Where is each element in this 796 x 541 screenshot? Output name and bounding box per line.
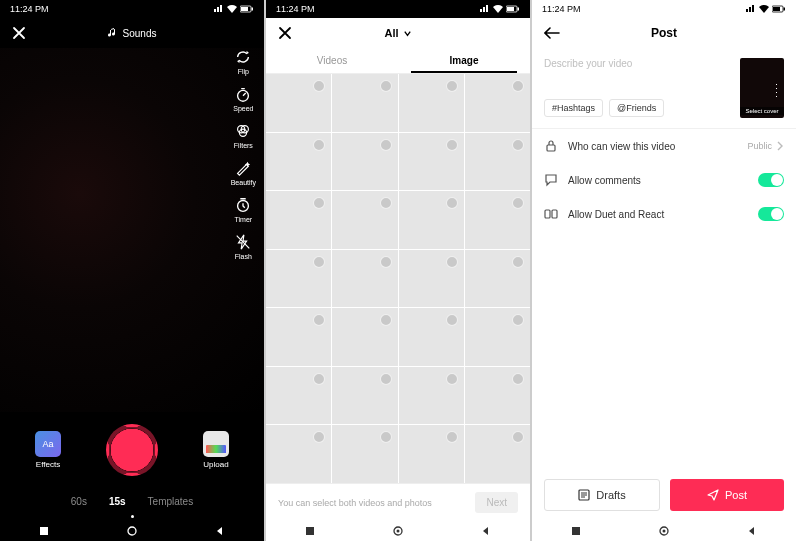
- svg-rect-20: [545, 210, 550, 218]
- post-button[interactable]: Post: [670, 479, 784, 511]
- media-cell[interactable]: [399, 74, 464, 132]
- nav-bar: [266, 521, 530, 541]
- media-cell[interactable]: [399, 308, 464, 366]
- duet-row: Allow Duet and React: [532, 197, 796, 231]
- svg-rect-18: [784, 8, 786, 11]
- media-cell[interactable]: [465, 250, 530, 308]
- chip-label: @Friends: [617, 103, 656, 113]
- next-label: Next: [486, 497, 507, 508]
- next-button[interactable]: Next: [475, 492, 518, 513]
- media-cell[interactable]: [266, 74, 331, 132]
- nav-back-icon[interactable]: [481, 526, 491, 536]
- flash-button[interactable]: Flash: [231, 233, 256, 260]
- media-cell[interactable]: [465, 74, 530, 132]
- effects-button[interactable]: Aa Effects: [35, 431, 61, 469]
- media-cell[interactable]: [332, 425, 397, 483]
- timer-icon: [234, 196, 252, 214]
- camera-viewfinder[interactable]: Flip Speed Filters Beautify Timer: [0, 48, 264, 412]
- svg-rect-17: [773, 7, 780, 11]
- privacy-row[interactable]: Who can view this video Public: [532, 129, 796, 163]
- description-input[interactable]: Describe your video: [544, 58, 730, 69]
- flip-button[interactable]: Flip: [231, 48, 256, 75]
- nav-home-icon[interactable]: [393, 526, 403, 536]
- status-icons: [480, 5, 520, 13]
- nav-back-icon[interactable]: [215, 526, 225, 536]
- media-cell[interactable]: [399, 250, 464, 308]
- status-time: 11:24 PM: [10, 4, 49, 14]
- mode-15s[interactable]: 15s: [109, 496, 126, 507]
- svg-rect-19: [547, 145, 555, 151]
- nav-recent-icon[interactable]: [39, 526, 49, 536]
- close-icon[interactable]: [278, 26, 292, 40]
- beautify-button[interactable]: Beautify: [231, 159, 256, 186]
- svg-rect-2: [252, 8, 254, 11]
- media-cell[interactable]: [399, 425, 464, 483]
- media-cell[interactable]: [266, 133, 331, 191]
- nav-home-icon[interactable]: [127, 526, 137, 536]
- nav-back-icon[interactable]: [747, 526, 757, 536]
- svg-rect-12: [518, 8, 520, 11]
- speed-icon: [234, 85, 252, 103]
- nav-home-icon[interactable]: [659, 526, 669, 536]
- svg-rect-8: [40, 527, 48, 535]
- upload-label: Upload: [203, 460, 228, 469]
- comments-toggle[interactable]: [758, 173, 784, 187]
- option-label: Who can view this video: [568, 141, 675, 152]
- sounds-button[interactable]: Sounds: [108, 28, 157, 39]
- status-icons: [746, 5, 786, 13]
- media-cell[interactable]: [465, 425, 530, 483]
- filters-button[interactable]: Filters: [231, 122, 256, 149]
- drafts-label: Drafts: [596, 489, 625, 501]
- media-cell[interactable]: [332, 133, 397, 191]
- cover-selector[interactable]: Select cover: [740, 58, 784, 118]
- media-cell[interactable]: [266, 425, 331, 483]
- post-options: Who can view this video Public Allow com…: [532, 128, 796, 231]
- record-button[interactable]: [106, 424, 158, 476]
- option-label: Allow comments: [568, 175, 641, 186]
- media-cell[interactable]: [266, 191, 331, 249]
- media-cell[interactable]: [266, 308, 331, 366]
- media-cell[interactable]: [332, 367, 397, 425]
- hashtags-chip[interactable]: #Hashtags: [544, 99, 603, 117]
- tool-label: Flip: [238, 68, 249, 75]
- nav-recent-icon[interactable]: [305, 526, 315, 536]
- album-selector[interactable]: All: [384, 27, 411, 39]
- media-cell[interactable]: [332, 250, 397, 308]
- media-cell[interactable]: [465, 308, 530, 366]
- upload-button[interactable]: Upload: [203, 431, 229, 469]
- media-cell[interactable]: [266, 250, 331, 308]
- friends-chip[interactable]: @Friends: [609, 99, 664, 117]
- timer-button[interactable]: Timer: [231, 196, 256, 223]
- back-icon[interactable]: [544, 26, 560, 40]
- post-screen: 11:24 PM Post Describe your video #Hasht…: [532, 0, 796, 541]
- media-cell[interactable]: [399, 191, 464, 249]
- media-cell[interactable]: [465, 191, 530, 249]
- media-cell[interactable]: [266, 367, 331, 425]
- duet-toggle[interactable]: [758, 207, 784, 221]
- media-cell[interactable]: [332, 308, 397, 366]
- compose-area: Describe your video #Hashtags @Friends S…: [532, 48, 796, 128]
- media-cell[interactable]: [465, 133, 530, 191]
- nav-recent-icon[interactable]: [571, 526, 581, 536]
- status-bar: 11:24 PM: [532, 0, 796, 18]
- beautify-icon: [234, 159, 252, 177]
- header: Post: [532, 18, 796, 48]
- status-time: 11:24 PM: [276, 4, 315, 14]
- mode-templates[interactable]: Templates: [148, 496, 194, 507]
- mode-60s[interactable]: 60s: [71, 496, 87, 507]
- media-cell[interactable]: [332, 74, 397, 132]
- close-icon[interactable]: [12, 26, 26, 40]
- gallery-screen: 11:24 PM All Videos Image: [266, 0, 530, 541]
- media-cell[interactable]: [332, 191, 397, 249]
- status-bar: 11:24 PM: [266, 0, 530, 18]
- svg-point-25: [663, 530, 666, 533]
- tab-videos[interactable]: Videos: [266, 48, 398, 73]
- mode-selector[interactable]: 60s 15s Templates: [0, 487, 264, 515]
- media-cell[interactable]: [399, 133, 464, 191]
- speed-button[interactable]: Speed: [231, 85, 256, 112]
- comments-row: Allow comments: [532, 163, 796, 197]
- tab-image[interactable]: Image: [398, 48, 530, 73]
- media-cell[interactable]: [399, 367, 464, 425]
- drafts-button[interactable]: Drafts: [544, 479, 660, 511]
- media-cell[interactable]: [465, 367, 530, 425]
